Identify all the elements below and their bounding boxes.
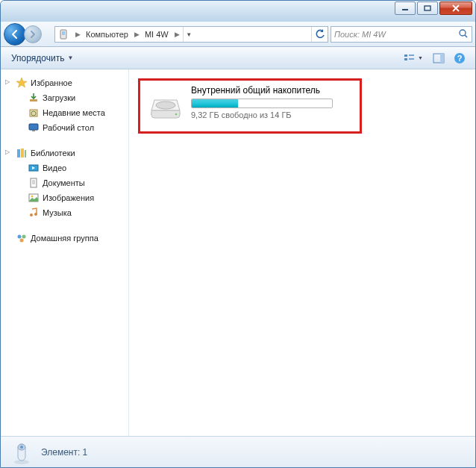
desktop-icon xyxy=(28,122,40,134)
nav-buttons xyxy=(4,23,50,46)
svg-rect-6 xyxy=(404,54,407,57)
chevron-right-icon[interactable]: ▶ xyxy=(72,27,84,42)
breadcrumb-dropdown[interactable]: ▼ xyxy=(183,27,195,42)
status-text: Элемент: 1 xyxy=(41,447,87,458)
tree-header-libraries[interactable]: ▷ Библиотеки xyxy=(1,146,128,160)
titlebar xyxy=(1,1,475,22)
svg-point-35 xyxy=(156,102,175,109)
sidebar-item-videos[interactable]: Видео xyxy=(1,160,128,175)
svg-rect-0 xyxy=(402,9,408,10)
svg-rect-1 xyxy=(425,6,430,10)
help-button[interactable]: ? xyxy=(450,50,469,66)
svg-point-29 xyxy=(30,213,33,216)
drive-title: Внутренний общий накопитель xyxy=(191,85,352,96)
search-placeholder: Поиск: MI 4W xyxy=(334,30,386,39)
drive-info: Внутренний общий накопитель 9,32 ГБ своб… xyxy=(191,85,352,124)
drive-icon xyxy=(148,88,184,124)
pictures-icon xyxy=(28,192,40,204)
chevron-down-icon: ▼ xyxy=(67,54,73,61)
breadcrumb[interactable]: ▶ Компьютер ▶ MI 4W ▶ ▼ xyxy=(54,26,328,43)
chevron-down-icon: ▼ xyxy=(418,55,423,60)
collapse-icon: ▷ xyxy=(5,149,10,155)
tree-homegroup: Домашняя группа xyxy=(1,231,128,246)
back-button[interactable] xyxy=(4,23,26,46)
view-icon xyxy=(404,53,416,63)
homegroup-icon xyxy=(16,232,28,244)
toolbar-right: ▼ ? xyxy=(399,50,469,66)
libraries-icon xyxy=(16,147,28,159)
svg-point-32 xyxy=(22,235,26,239)
sidebar-item-desktop[interactable]: Рабочий стол xyxy=(1,120,128,135)
preview-pane-icon xyxy=(433,53,445,63)
svg-point-30 xyxy=(34,213,37,216)
close-button[interactable] xyxy=(439,1,472,15)
svg-rect-14 xyxy=(30,99,37,102)
svg-rect-21 xyxy=(25,150,26,157)
documents-icon xyxy=(28,177,40,189)
sidebar-item-documents[interactable]: Документы xyxy=(1,175,128,190)
svg-point-33 xyxy=(20,239,24,243)
toolbar: Упорядочить ▼ ▼ ? xyxy=(1,47,475,69)
favorites-label: Избранное xyxy=(31,78,72,87)
refresh-button[interactable] xyxy=(311,27,328,42)
drive-subtitle: 9,32 ГБ свободно из 14 ГБ xyxy=(191,110,352,119)
sidebar-item-recent[interactable]: Недавние места xyxy=(1,105,128,120)
downloads-icon xyxy=(28,92,40,104)
svg-point-28 xyxy=(31,196,34,198)
svg-rect-20 xyxy=(21,149,24,157)
refresh-icon xyxy=(315,29,325,40)
preview-pane-button[interactable] xyxy=(429,50,448,66)
drive-capacity-bar xyxy=(191,99,333,108)
svg-point-31 xyxy=(18,235,22,239)
music-icon xyxy=(28,207,40,219)
organize-button[interactable]: Упорядочить ▼ xyxy=(7,51,78,66)
close-icon xyxy=(451,4,460,12)
breadcrumb-computer[interactable]: Компьютер xyxy=(84,27,131,42)
svg-rect-17 xyxy=(29,124,38,130)
sidebar: ▷ Избранное Загрузки Недавние места Ра xyxy=(1,69,129,436)
video-icon xyxy=(28,162,40,174)
svg-rect-7 xyxy=(404,58,407,60)
explorer-window: ▶ Компьютер ▶ MI 4W ▶ ▼ Поиск: MI 4W Упо… xyxy=(0,0,476,468)
chevron-right-icon[interactable]: ▶ xyxy=(131,27,143,42)
body: ▷ Избранное Загрузки Недавние места Ра xyxy=(1,69,475,436)
drive-item[interactable]: Внутренний общий накопитель 9,32 ГБ своб… xyxy=(138,78,362,134)
tree-header-homegroup[interactable]: Домашняя группа xyxy=(1,231,128,246)
recent-icon xyxy=(28,107,40,119)
star-icon xyxy=(16,77,28,89)
maximize-icon xyxy=(424,5,431,11)
svg-point-36 xyxy=(175,113,178,116)
collapse-icon: ▷ xyxy=(5,78,10,85)
maximize-button[interactable] xyxy=(417,1,438,15)
minimize-button[interactable] xyxy=(395,1,416,15)
device-icon xyxy=(57,28,70,41)
tree-libraries: ▷ Библиотеки Видео Документы Изображения xyxy=(1,146,128,220)
breadcrumb-device[interactable]: MI 4W xyxy=(143,27,171,42)
content-pane[interactable]: Внутренний общий накопитель 9,32 ГБ своб… xyxy=(129,69,475,436)
tree-favorites: ▷ Избранное Загрузки Недавние места Ра xyxy=(1,75,128,135)
view-button[interactable]: ▼ xyxy=(399,50,428,66)
search-input[interactable]: Поиск: MI 4W xyxy=(331,26,472,43)
statusbar: Элемент: 1 xyxy=(1,436,475,467)
svg-text:?: ? xyxy=(457,54,463,63)
svg-rect-23 xyxy=(31,178,37,187)
tree-header-favorites[interactable]: ▷ Избранное xyxy=(1,75,128,90)
svg-rect-18 xyxy=(32,130,35,131)
minimize-icon xyxy=(401,5,409,11)
sidebar-item-downloads[interactable]: Загрузки xyxy=(1,90,128,105)
libraries-label: Библиотеки xyxy=(31,149,75,157)
help-icon: ? xyxy=(454,52,466,64)
window-controls xyxy=(395,1,472,15)
svg-rect-3 xyxy=(62,31,65,35)
sidebar-item-music[interactable]: Музыка xyxy=(1,205,128,220)
forward-button[interactable] xyxy=(24,25,42,43)
svg-rect-19 xyxy=(17,149,20,157)
chevron-right-icon[interactable]: ▶ xyxy=(171,27,183,42)
svg-point-40 xyxy=(20,446,23,449)
search-icon xyxy=(458,28,469,40)
svg-rect-11 xyxy=(440,54,444,63)
homegroup-label: Домашняя группа xyxy=(31,234,98,243)
sidebar-item-pictures[interactable]: Изображения xyxy=(1,190,128,205)
arrow-left-icon xyxy=(10,29,20,40)
svg-point-4 xyxy=(460,30,466,36)
